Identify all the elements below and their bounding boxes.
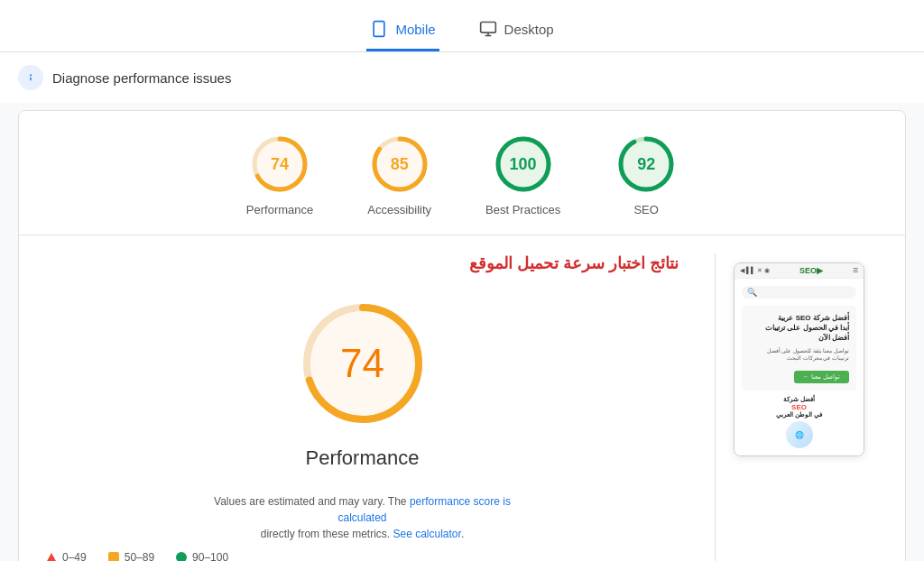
phone-search-icon: 🔍	[747, 288, 757, 297]
tab-desktop[interactable]: Desktop	[476, 11, 558, 51]
content-area: نتائج اختبار سرعة تحميل الموقع 74 Perfor…	[46, 235, 878, 561]
score-seo: 92 SEO	[614, 133, 678, 216]
diagnose-icon	[18, 65, 43, 90]
svg-point-6	[30, 74, 32, 76]
phone-content: 🔍 أفضل شركة SEO عربيةأبدا في الحصول على …	[735, 279, 864, 455]
legend-good: 90–100	[176, 551, 228, 561]
legend-bad-range: 0–49	[62, 551, 87, 561]
phone-logo-area: 🌐	[742, 421, 856, 448]
right-panel: ◀ ▌▌ ✕ ◉ SEO▶ ☰ 🔍 أفضل شركة SEO عربيةأبد…	[734, 253, 878, 561]
phone-mockup: ◀ ▌▌ ✕ ◉ SEO▶ ☰ 🔍 أفضل شركة SEO عربيةأبد…	[734, 262, 864, 456]
big-gauge-value: 74	[340, 341, 384, 386]
phone-hero-subtitle: تواصل معنا بثقة للحصول على أفضل ترتيبات …	[749, 347, 849, 363]
score-accessibility: 85 Accessibility	[367, 133, 431, 216]
big-gauge-wrap: 74 Performance	[46, 291, 679, 470]
tab-mobile[interactable]: Mobile	[366, 11, 439, 51]
period: .	[461, 528, 464, 540]
phone-status-right: SEO▶	[799, 266, 823, 275]
svg-rect-0	[374, 22, 385, 37]
gauge-best-practices-value: 100	[510, 155, 537, 174]
phone-search-bar: 🔍	[742, 286, 856, 299]
score-best-practices: 100 Best Practices	[485, 133, 560, 216]
scores-row: 74 Performance 85 Accessibility	[46, 133, 878, 216]
big-gauge: 74	[291, 291, 435, 436]
tab-desktop-label: Desktop	[504, 22, 554, 37]
values-note-prefix: Values are estimated and may vary. The	[214, 495, 406, 508]
score-performance-label: Performance	[246, 203, 313, 216]
svg-rect-2	[480, 23, 495, 33]
gauge-performance-value: 74	[271, 155, 289, 174]
arabic-title: نتائج اختبار سرعة تحميل الموقع	[46, 253, 679, 273]
score-best-practices-label: Best Practices	[485, 203, 560, 216]
left-panel: نتائج اختبار سرعة تحميل الموقع 74 Perfor…	[46, 253, 697, 561]
vertical-divider	[715, 253, 716, 561]
gauge-best-practices: 100	[492, 133, 555, 196]
diagnose-bar: Diagnose performance issues	[0, 52, 924, 103]
legend-medium: 50–89	[108, 551, 154, 561]
phone-hamburger: ☰	[853, 267, 858, 274]
triangle-icon	[46, 553, 57, 562]
score-seo-label: SEO	[633, 203, 658, 216]
tabs-bar: Mobile Desktop	[0, 0, 924, 52]
values-note: Values are estimated and may vary. The p…	[191, 493, 534, 542]
phone-section2: أفضل شركةSEOفي الوطن العربي 🌐	[742, 396, 856, 448]
calculator-link[interactable]: See calculator	[393, 528, 460, 540]
gauge-accessibility-value: 85	[391, 155, 409, 174]
info-icon	[23, 70, 38, 85]
phone-cta-button: تواصل معنا ←	[794, 371, 849, 383]
legend-row: 0–49 50–89 90–100	[46, 542, 228, 561]
phone-logo-circle: 🌐	[786, 421, 813, 448]
phone-hero-title: أفضل شركة SEO عربيةأبدا في الحصول على تر…	[749, 313, 849, 344]
phone-status-left: ◀ ▌▌ ✕ ◉	[740, 267, 770, 274]
score-performance: 74 Performance	[246, 133, 313, 216]
desktop-icon	[479, 20, 497, 38]
circle-icon	[176, 552, 187, 561]
square-icon	[108, 552, 119, 561]
legend-bad: 0–49	[46, 551, 87, 561]
legend-medium-range: 50–89	[125, 551, 154, 561]
gauge-seo: 92	[614, 133, 678, 196]
gauge-seo-value: 92	[637, 155, 655, 174]
values-note-middle: directly from these metrics.	[261, 528, 390, 540]
big-performance-label: Performance	[306, 446, 420, 470]
diagnose-text: Diagnose performance issues	[52, 70, 231, 86]
main-card: 74 Performance 85 Accessibility	[18, 110, 906, 561]
mobile-icon	[370, 20, 388, 38]
phone-status-bar: ◀ ▌▌ ✕ ◉ SEO▶ ☰	[735, 263, 864, 279]
gauge-accessibility: 85	[368, 133, 431, 196]
gauge-performance: 74	[248, 133, 311, 196]
legend-good-range: 90–100	[192, 551, 228, 561]
svg-rect-7	[30, 77, 31, 80]
tab-mobile-label: Mobile	[395, 22, 435, 37]
score-accessibility-label: Accessibility	[367, 203, 431, 216]
phone-section2-title: أفضل شركةSEOفي الوطن العربي	[742, 396, 856, 418]
phone-hero: أفضل شركة SEO عربيةأبدا في الحصول على تر…	[742, 306, 856, 391]
